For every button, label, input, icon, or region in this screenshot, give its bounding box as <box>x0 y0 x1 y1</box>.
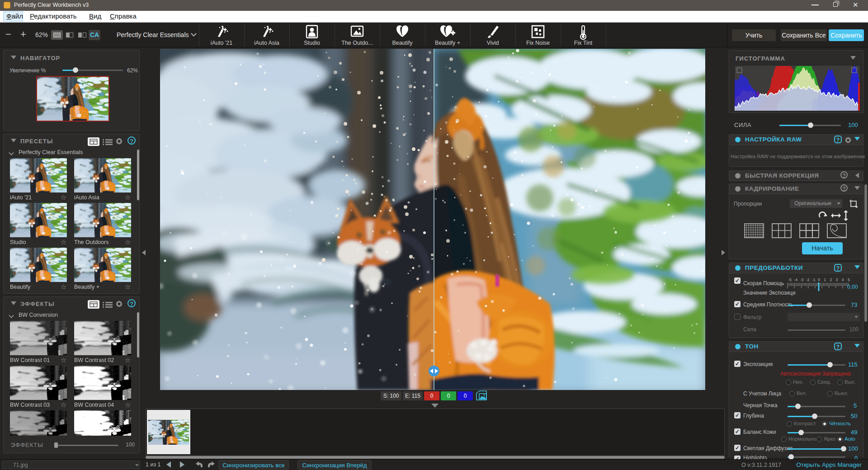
svg-text:-1: -1 <box>812 277 816 282</box>
svg-text:3: 3 <box>836 277 838 282</box>
svg-text:-4: -4 <box>794 277 797 282</box>
svg-text:-3: -3 <box>800 277 803 282</box>
svg-text:-2: -2 <box>806 277 810 282</box>
svg-text:-5: -5 <box>788 277 792 282</box>
svg-text:0: 0 <box>818 277 820 282</box>
svg-text:2: 2 <box>830 277 832 282</box>
svg-text:1: 1 <box>824 277 826 282</box>
svg-text:5: 5 <box>848 277 850 282</box>
svg-text:4: 4 <box>842 277 844 282</box>
